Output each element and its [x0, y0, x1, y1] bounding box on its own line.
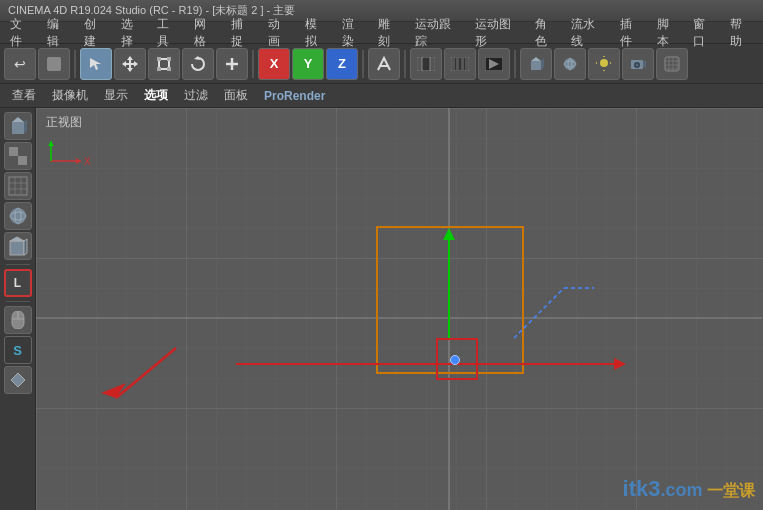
svg-marker-52 — [24, 119, 27, 134]
sidebar-grid-button[interactable] — [4, 172, 32, 200]
sidebar-sep1 — [6, 264, 30, 265]
svg-marker-75 — [76, 158, 81, 164]
toolbar: ↩ — [0, 44, 763, 84]
svg-marker-66 — [24, 239, 27, 255]
menu-help[interactable]: 帮助 — [724, 14, 759, 52]
svg-marker-51 — [12, 117, 24, 122]
viewbar-options[interactable]: 选项 — [140, 85, 172, 106]
svg-rect-11 — [167, 67, 171, 71]
menu-simulate[interactable]: 模拟 — [299, 14, 334, 52]
menu-mesh[interactable]: 网格 — [188, 14, 223, 52]
viewbar-camera[interactable]: 摄像机 — [48, 85, 92, 106]
menu-render[interactable]: 渲染 — [336, 14, 371, 52]
svg-rect-18 — [430, 58, 434, 70]
sep3 — [362, 50, 364, 78]
svg-marker-29 — [531, 57, 541, 61]
watermark: itk3.com 一堂课 — [623, 476, 755, 502]
rotate-button[interactable] — [182, 48, 214, 80]
menu-character[interactable]: 角色 — [529, 14, 564, 52]
x-axis-button[interactable]: X — [258, 48, 290, 80]
svg-rect-23 — [456, 58, 459, 70]
sidebar-l-tool-button[interactable]: L — [4, 269, 32, 297]
svg-marker-78 — [48, 141, 54, 146]
sphere-tool-button[interactable] — [554, 48, 586, 80]
svg-marker-6 — [134, 61, 138, 67]
left-sidebar: L S — [0, 108, 36, 510]
menu-pipeline[interactable]: 流水线 — [565, 14, 611, 52]
sidebar-cube-button[interactable] — [4, 112, 32, 140]
add-button[interactable] — [216, 48, 248, 80]
svg-text:X: X — [84, 156, 91, 167]
viewbar-see[interactable]: 查看 — [8, 85, 40, 106]
svg-rect-24 — [461, 58, 464, 70]
svg-point-42 — [636, 63, 639, 66]
menu-script[interactable]: 脚本 — [651, 14, 686, 52]
menu-animate[interactable]: 动画 — [262, 14, 297, 52]
viewbar-prorender[interactable]: ProRender — [260, 87, 329, 105]
render-preview-button[interactable] — [478, 48, 510, 80]
camera-tool-button[interactable] — [622, 48, 654, 80]
menu-window[interactable]: 窗口 — [687, 14, 722, 52]
menu-sculpt[interactable]: 雕刻 — [372, 14, 407, 52]
menu-edit[interactable]: 编辑 — [41, 14, 76, 52]
viewbar-filter[interactable]: 过滤 — [180, 85, 212, 106]
sep4 — [404, 50, 406, 78]
y-axis-arrow — [448, 238, 450, 338]
svg-rect-22 — [452, 58, 455, 70]
fx-button[interactable] — [656, 48, 688, 80]
sidebar-mouse-button[interactable] — [4, 306, 32, 334]
menu-plugins[interactable]: 插件 — [614, 14, 649, 52]
sidebar-sphere-button[interactable] — [4, 202, 32, 230]
svg-marker-40 — [643, 60, 646, 68]
svg-point-61 — [10, 208, 26, 224]
render-anim-button[interactable] — [444, 48, 476, 80]
pivot-dot — [450, 355, 460, 365]
svg-rect-10 — [157, 67, 161, 71]
menu-snap[interactable]: 捕捉 — [225, 14, 260, 52]
svg-rect-50 — [12, 122, 24, 134]
sep5 — [514, 50, 516, 78]
undo-button[interactable]: ↩ — [4, 48, 36, 80]
main-layout: L S — [0, 108, 763, 510]
viewbar-panel[interactable]: 面板 — [220, 85, 252, 106]
blue-guide-lines — [514, 288, 594, 368]
sidebar-box-button[interactable] — [4, 232, 32, 260]
svg-line-79 — [514, 288, 564, 338]
z-axis-button[interactable]: Z — [326, 48, 358, 80]
svg-rect-56 — [9, 177, 27, 195]
svg-marker-5 — [122, 61, 126, 67]
menu-bar: 文件 编辑 创建 选择 工具 网格 捕捉 动画 模拟 渲染 雕刻 运动跟踪 运动… — [0, 22, 763, 44]
render-frame-button[interactable] — [410, 48, 442, 80]
svg-rect-28 — [531, 61, 541, 70]
snap-button[interactable] — [368, 48, 400, 80]
menu-create[interactable]: 创建 — [78, 14, 113, 52]
menu-tools[interactable]: 工具 — [151, 14, 186, 52]
sidebar-s-button[interactable]: S — [4, 336, 32, 364]
svg-line-81 — [116, 348, 176, 398]
svg-marker-4 — [127, 68, 133, 72]
svg-rect-55 — [18, 156, 27, 165]
viewbar-display[interactable]: 显示 — [100, 85, 132, 106]
menu-motion-graph[interactable]: 运动图形 — [469, 14, 527, 52]
svg-rect-25 — [465, 58, 468, 70]
menu-motion-track[interactable]: 运动跟踪 — [409, 14, 467, 52]
svg-point-31 — [564, 58, 576, 70]
redo-button[interactable] — [38, 48, 70, 80]
sidebar-checkerboard-button[interactable] — [4, 142, 32, 170]
select-button[interactable] — [80, 48, 112, 80]
x-axis-arrow — [236, 363, 616, 365]
sidebar-diamond-button[interactable] — [4, 366, 32, 394]
svg-point-34 — [600, 59, 608, 67]
svg-rect-54 — [9, 147, 18, 156]
svg-marker-82 — [101, 383, 126, 398]
move-button[interactable] — [114, 48, 146, 80]
y-axis-button[interactable]: Y — [292, 48, 324, 80]
sidebar-sep2 — [6, 301, 30, 302]
scale-button[interactable] — [148, 48, 180, 80]
menu-file[interactable]: 文件 — [4, 14, 39, 52]
light-tool-button[interactable] — [588, 48, 620, 80]
cube-tool-button[interactable] — [520, 48, 552, 80]
svg-rect-8 — [157, 57, 161, 61]
viewport[interactable]: 正视图 X — [36, 108, 763, 510]
menu-select[interactable]: 选择 — [115, 14, 150, 52]
